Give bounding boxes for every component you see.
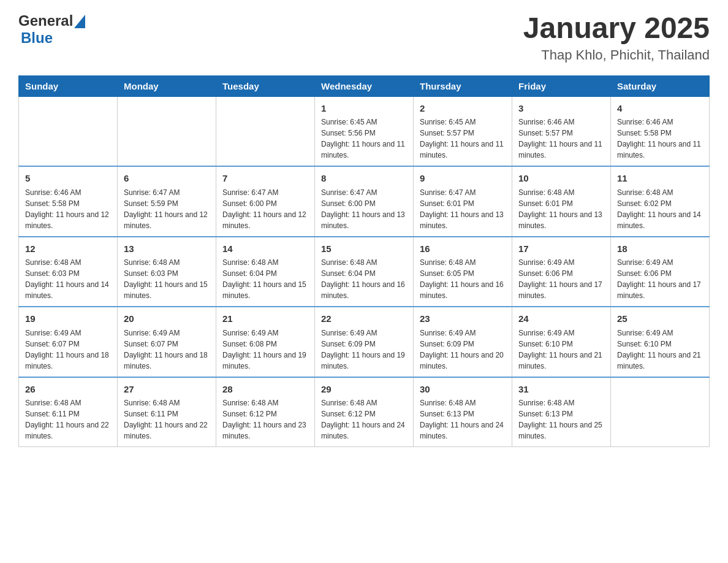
day-number: 28 xyxy=(222,383,308,397)
day-number: 11 xyxy=(617,172,703,186)
calendar-day-cell: 17Sunrise: 6:49 AMSunset: 6:06 PMDayligh… xyxy=(512,237,611,307)
calendar-day-cell: 23Sunrise: 6:49 AMSunset: 6:09 PMDayligh… xyxy=(414,307,512,377)
calendar-day-cell: 1Sunrise: 6:45 AMSunset: 5:56 PMDaylight… xyxy=(315,96,414,166)
calendar-week-row: 5Sunrise: 6:46 AMSunset: 5:58 PMDaylight… xyxy=(19,166,710,237)
day-info: Sunrise: 6:47 AMSunset: 6:00 PMDaylight:… xyxy=(222,187,308,231)
calendar-day-cell xyxy=(611,377,710,447)
day-number: 17 xyxy=(518,242,604,256)
day-number: 2 xyxy=(420,102,506,116)
day-info: Sunrise: 6:48 AMSunset: 6:12 PMDaylight:… xyxy=(222,397,308,442)
day-of-week-header: Wednesday xyxy=(315,75,414,96)
calendar-day-cell: 26Sunrise: 6:48 AMSunset: 6:11 PMDayligh… xyxy=(19,377,118,447)
day-number: 27 xyxy=(124,383,210,397)
calendar-day-cell: 9Sunrise: 6:47 AMSunset: 6:01 PMDaylight… xyxy=(414,166,512,237)
day-number: 3 xyxy=(518,102,604,116)
day-number: 10 xyxy=(518,172,604,186)
day-info: Sunrise: 6:46 AMSunset: 5:58 PMDaylight:… xyxy=(25,187,111,231)
day-number: 12 xyxy=(25,242,111,256)
calendar-day-cell: 8Sunrise: 6:47 AMSunset: 6:00 PMDaylight… xyxy=(315,166,414,237)
day-info: Sunrise: 6:45 AMSunset: 5:56 PMDaylight:… xyxy=(321,117,407,161)
day-number: 24 xyxy=(518,312,604,326)
svg-marker-0 xyxy=(74,15,85,28)
day-info: Sunrise: 6:49 AMSunset: 6:09 PMDaylight:… xyxy=(420,327,506,372)
day-info: Sunrise: 6:48 AMSunset: 6:04 PMDaylight:… xyxy=(321,257,407,301)
day-number: 25 xyxy=(617,312,703,326)
day-number: 16 xyxy=(420,242,506,256)
day-info: Sunrise: 6:48 AMSunset: 6:11 PMDaylight:… xyxy=(124,397,210,442)
day-info: Sunrise: 6:49 AMSunset: 6:07 PMDaylight:… xyxy=(124,327,210,372)
day-info: Sunrise: 6:48 AMSunset: 6:11 PMDaylight:… xyxy=(25,397,111,442)
calendar-day-cell: 6Sunrise: 6:47 AMSunset: 5:59 PMDaylight… xyxy=(118,166,216,237)
day-info: Sunrise: 6:48 AMSunset: 6:13 PMDaylight:… xyxy=(420,397,506,442)
calendar-day-cell xyxy=(216,96,315,166)
calendar-day-cell: 3Sunrise: 6:46 AMSunset: 5:57 PMDaylight… xyxy=(512,96,611,166)
calendar-table: SundayMondayTuesdayWednesdayThursdayFrid… xyxy=(18,75,710,448)
day-info: Sunrise: 6:48 AMSunset: 6:02 PMDaylight:… xyxy=(617,187,703,231)
title-area: January 2025 Thap Khlo, Phichit, Thailan… xyxy=(523,12,710,63)
day-number: 21 xyxy=(222,312,308,326)
calendar-day-cell: 11Sunrise: 6:48 AMSunset: 6:02 PMDayligh… xyxy=(611,166,710,237)
day-of-week-header: Monday xyxy=(118,75,216,96)
day-info: Sunrise: 6:47 AMSunset: 5:59 PMDaylight:… xyxy=(124,187,210,231)
calendar-day-cell: 28Sunrise: 6:48 AMSunset: 6:12 PMDayligh… xyxy=(216,377,315,447)
day-number: 30 xyxy=(420,383,506,397)
calendar-day-cell: 10Sunrise: 6:48 AMSunset: 6:01 PMDayligh… xyxy=(512,166,611,237)
day-number: 14 xyxy=(222,242,308,256)
day-of-week-header: Tuesday xyxy=(216,75,315,96)
day-number: 20 xyxy=(124,312,210,326)
day-info: Sunrise: 6:48 AMSunset: 6:13 PMDaylight:… xyxy=(518,397,604,442)
header-row: SundayMondayTuesdayWednesdayThursdayFrid… xyxy=(19,75,710,96)
logo: General Blue xyxy=(18,12,85,47)
calendar-week-row: 12Sunrise: 6:48 AMSunset: 6:03 PMDayligh… xyxy=(19,237,710,307)
calendar-body: 1Sunrise: 6:45 AMSunset: 5:56 PMDaylight… xyxy=(19,96,710,447)
calendar-day-cell xyxy=(19,96,118,166)
calendar-day-cell: 7Sunrise: 6:47 AMSunset: 6:00 PMDaylight… xyxy=(216,166,315,237)
calendar-day-cell: 18Sunrise: 6:49 AMSunset: 6:06 PMDayligh… xyxy=(611,237,710,307)
day-number: 18 xyxy=(617,242,703,256)
day-info: Sunrise: 6:49 AMSunset: 6:09 PMDaylight:… xyxy=(321,327,407,372)
day-info: Sunrise: 6:49 AMSunset: 6:06 PMDaylight:… xyxy=(617,257,703,301)
day-info: Sunrise: 6:49 AMSunset: 6:06 PMDaylight:… xyxy=(518,257,604,301)
calendar-day-cell: 14Sunrise: 6:48 AMSunset: 6:04 PMDayligh… xyxy=(216,237,315,307)
day-info: Sunrise: 6:46 AMSunset: 5:58 PMDaylight:… xyxy=(617,117,703,161)
logo-triangle-icon xyxy=(74,15,85,28)
calendar-day-cell: 27Sunrise: 6:48 AMSunset: 6:11 PMDayligh… xyxy=(118,377,216,447)
day-of-week-header: Saturday xyxy=(611,75,710,96)
day-number: 5 xyxy=(25,172,111,186)
day-of-week-header: Thursday xyxy=(414,75,512,96)
calendar-day-cell: 22Sunrise: 6:49 AMSunset: 6:09 PMDayligh… xyxy=(315,307,414,377)
calendar-week-row: 19Sunrise: 6:49 AMSunset: 6:07 PMDayligh… xyxy=(19,307,710,377)
calendar-day-cell: 24Sunrise: 6:49 AMSunset: 6:10 PMDayligh… xyxy=(512,307,611,377)
day-number: 23 xyxy=(420,312,506,326)
calendar-day-cell: 20Sunrise: 6:49 AMSunset: 6:07 PMDayligh… xyxy=(118,307,216,377)
day-info: Sunrise: 6:48 AMSunset: 6:05 PMDaylight:… xyxy=(420,257,506,301)
day-info: Sunrise: 6:49 AMSunset: 6:10 PMDaylight:… xyxy=(617,327,703,372)
day-number: 9 xyxy=(420,172,506,186)
day-info: Sunrise: 6:48 AMSunset: 6:04 PMDaylight:… xyxy=(222,257,308,301)
day-number: 8 xyxy=(321,172,407,186)
calendar-day-cell: 25Sunrise: 6:49 AMSunset: 6:10 PMDayligh… xyxy=(611,307,710,377)
calendar-header: SundayMondayTuesdayWednesdayThursdayFrid… xyxy=(19,75,710,96)
logo-text-blue: Blue xyxy=(21,29,85,47)
day-number: 7 xyxy=(222,172,308,186)
day-info: Sunrise: 6:45 AMSunset: 5:57 PMDaylight:… xyxy=(420,117,506,161)
calendar-day-cell: 12Sunrise: 6:48 AMSunset: 6:03 PMDayligh… xyxy=(19,237,118,307)
day-number: 13 xyxy=(124,242,210,256)
day-info: Sunrise: 6:48 AMSunset: 6:12 PMDaylight:… xyxy=(321,397,407,442)
calendar-day-cell: 4Sunrise: 6:46 AMSunset: 5:58 PMDaylight… xyxy=(611,96,710,166)
calendar-day-cell: 15Sunrise: 6:48 AMSunset: 6:04 PMDayligh… xyxy=(315,237,414,307)
day-number: 4 xyxy=(617,102,703,116)
page-header: General Blue January 2025 Thap Khlo, Phi… xyxy=(18,12,710,63)
day-info: Sunrise: 6:49 AMSunset: 6:07 PMDaylight:… xyxy=(25,327,111,372)
calendar-week-row: 26Sunrise: 6:48 AMSunset: 6:11 PMDayligh… xyxy=(19,377,710,447)
day-info: Sunrise: 6:47 AMSunset: 6:01 PMDaylight:… xyxy=(420,187,506,231)
day-info: Sunrise: 6:49 AMSunset: 6:10 PMDaylight:… xyxy=(518,327,604,372)
calendar-day-cell: 29Sunrise: 6:48 AMSunset: 6:12 PMDayligh… xyxy=(315,377,414,447)
day-info: Sunrise: 6:48 AMSunset: 6:03 PMDaylight:… xyxy=(124,257,210,301)
day-number: 26 xyxy=(25,383,111,397)
logo-text-general: General xyxy=(18,12,73,29)
day-number: 6 xyxy=(124,172,210,186)
day-of-week-header: Sunday xyxy=(19,75,118,96)
day-of-week-header: Friday xyxy=(512,75,611,96)
calendar-day-cell xyxy=(118,96,216,166)
